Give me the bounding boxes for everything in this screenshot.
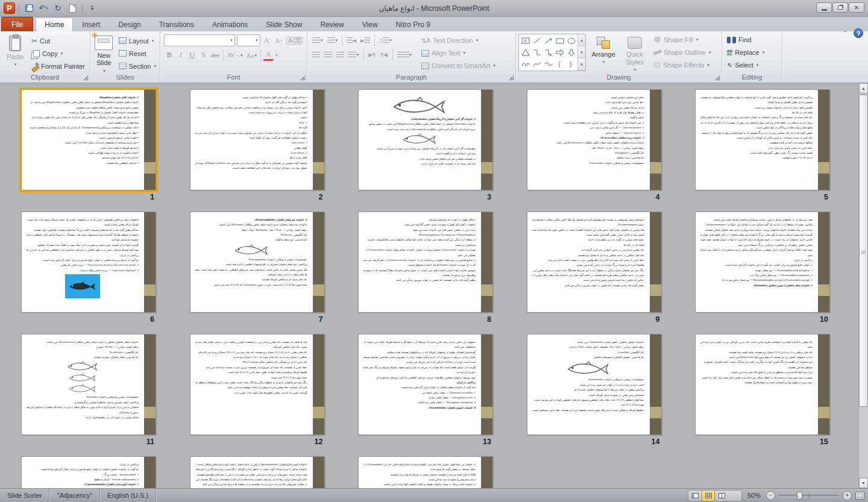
- bold-button[interactable]: B: [164, 49, 174, 61]
- shape-elbow-connector-icon[interactable]: [531, 46, 542, 58]
- shape-scribble-icon[interactable]: [520, 58, 531, 70]
- slide-thumbnail-7[interactable]: 4- خانواده نیم منقار ماهیان (Hemiramphid…: [190, 212, 327, 326]
- paste-button[interactable]: Paste▾: [1, 33, 29, 74]
- font-name-combo[interactable]: ▾: [164, 34, 235, 46]
- tab-slide-show[interactable]: Slide Show: [257, 17, 311, 32]
- align-right-button[interactable]: [335, 49, 345, 60]
- slide-thumbnail-4[interactable]: دهان این ماهیان انتهایی است.خط جانبی روی…: [527, 89, 664, 204]
- redo-button[interactable]: ↻: [52, 2, 64, 14]
- slideshow-view-button[interactable]: [728, 491, 741, 501]
- font-dialog-launcher-icon[interactable]: [300, 75, 305, 80]
- close-button[interactable]: ✕: [849, 2, 864, 13]
- zoom-level[interactable]: 50%: [746, 492, 763, 499]
- tab-transitions[interactable]: Transitions: [150, 17, 203, 32]
- slide-thumbnail-10[interactable]: همه جیزخوارند. از جلبکهای شناور دریایی، …: [695, 212, 832, 326]
- shape-rectangle-icon[interactable]: [554, 35, 565, 46]
- slide-thumbnail-16[interactable]: پراکنش در ایران:دو گونه از خانواده حسون …: [21, 456, 159, 488]
- layout-button[interactable]: Layout▾: [116, 34, 159, 47]
- slide-thumbnail-18[interactable]: در ماهیان نر، شعاعهای جلویی باله مخرجی، …: [358, 456, 495, 488]
- arrange-button[interactable]: Arrange▾: [588, 34, 618, 75]
- theme-status[interactable]: "Adjacency": [49, 489, 100, 502]
- slide-canvas[interactable]: ماهیهای جوان و بالغین تفاوتهای رختی دارن…: [21, 212, 156, 313]
- slide-thumbnail-15[interactable]: باله پشتی با قاعده کوتاه و با موقعیت تقر…: [695, 334, 832, 448]
- scrollbar-thumb[interactable]: [859, 95, 868, 407]
- shape-wave-icon[interactable]: [542, 58, 554, 70]
- minimize-button[interactable]: [816, 2, 832, 13]
- slide-canvas[interactable]: 2- خانواده گل آذین ماهیان یا آترینکا ماه…: [358, 89, 493, 190]
- slide-canvas[interactable]: پراکنش: اقیانوس آرام، اطلس و هند. گونه ه…: [695, 89, 830, 190]
- slide-thumbnail-8[interactable]: حداکثر طول در آنها به 45 سانتیمتر میرسد.…: [358, 212, 495, 326]
- zoom-in-button[interactable]: +: [843, 491, 852, 500]
- slide-canvas[interactable]: حداکثر طول در آنها به 45 سانتیمتر میرسد.…: [358, 212, 493, 313]
- slide-canvas[interactable]: 1- خانواده کفال ماهیان(Mugilidae)خانواده…: [21, 89, 156, 190]
- tab-design[interactable]: Design: [109, 17, 149, 32]
- shape-outline-button[interactable]: Shape Outline▾: [651, 46, 713, 58]
- language-status[interactable]: English (U.S.): [100, 489, 156, 502]
- help-button[interactable]: ?: [854, 28, 863, 38]
- zoom-slider-thumb[interactable]: [797, 492, 802, 500]
- slide-thumbnail-5[interactable]: پراکنش: اقیانوس آرام، اطلس و هند. گونه ه…: [695, 89, 832, 204]
- numbering-button[interactable]: ▾: [326, 34, 339, 46]
- shape-triangle-icon[interactable]: [520, 46, 531, 58]
- shape-effects-button[interactable]: Shape Effects▾: [651, 59, 713, 71]
- slide-canvas[interactable]: 4- خانواده نیم منقار ماهیان (Hemiramphid…: [190, 212, 325, 313]
- slide-canvas[interactable]: پراکنش در ایران:دو گونه از خانواده حسون …: [21, 456, 156, 488]
- clear-formatting-button[interactable]: A⌫: [286, 35, 303, 46]
- select-button[interactable]: ⇖Select▾: [725, 59, 779, 71]
- slide-canvas[interactable]: خانواده کپوردندان‌ماهیان (Cyprinodontida…: [190, 456, 325, 488]
- quick-styles-button[interactable]: Quick Styles▾: [621, 34, 649, 75]
- slide-canvas[interactable]: دهان این ماهیان انتهایی است.خط جانبی روی…: [527, 89, 662, 190]
- change-case-button[interactable]: Aa▾: [245, 49, 258, 61]
- font-color-button[interactable]: A: [263, 49, 274, 61]
- italic-button[interactable]: I: [175, 49, 186, 61]
- increase-indent-button[interactable]: ▸: [359, 34, 371, 46]
- shape-down-arrow-icon[interactable]: [565, 46, 577, 58]
- align-center-button[interactable]: [323, 49, 333, 60]
- align-text-button[interactable]: Align Text▾: [419, 47, 498, 59]
- shape-arrow-icon[interactable]: [542, 35, 554, 46]
- drawing-dialog-launcher-icon[interactable]: [715, 75, 720, 80]
- tab-home[interactable]: Home: [36, 17, 73, 32]
- slide-thumbnail-1[interactable]: 1- خانواده کفال ماهیان(Mugilidae)خانواده…: [21, 89, 159, 204]
- shape-oval-icon[interactable]: [565, 35, 577, 46]
- undo-dropdown-icon[interactable]: ▾: [46, 6, 48, 11]
- paragraph-dialog-launcher-icon[interactable]: [509, 75, 514, 80]
- clipboard-dialog-launcher-icon[interactable]: [83, 75, 88, 80]
- section-button[interactable]: Section▾: [116, 60, 159, 72]
- slide-canvas[interactable]: خانواده حسون ماهیان، عضو راسته Aulopifor…: [527, 334, 662, 435]
- copy-button[interactable]: Copy▾: [29, 47, 87, 60]
- scroll-up-icon[interactable]: ▲: [859, 83, 868, 93]
- new-slide-button[interactable]: New Slide▾: [92, 33, 116, 74]
- shrink-font-button[interactable]: A˅: [274, 35, 285, 46]
- slide-thumbnail-13[interactable]: تخمهای این ماهی دارای رشته هایی است که ت…: [358, 334, 495, 448]
- underline-button[interactable]: U: [187, 49, 197, 61]
- grow-font-button[interactable]: Aˆ: [262, 35, 272, 46]
- view-status[interactable]: Slide Sorter: [0, 489, 49, 502]
- ltr-direction-button[interactable]: ▶¶: [367, 49, 377, 60]
- slide-canvas[interactable]: استخوان پیش سریوش، به سمت جلو پیشروی کرد…: [527, 212, 662, 313]
- cut-button[interactable]: ✂Cut: [29, 34, 87, 47]
- shapes-scroll-up-icon[interactable]: ▲: [578, 34, 585, 46]
- powerpoint-app-icon[interactable]: P: [4, 2, 15, 14]
- shapes-more-icon[interactable]: ▼̱: [578, 58, 585, 71]
- vertical-scrollbar[interactable]: ▲ ▼: [858, 83, 868, 488]
- slide-sorter-area[interactable]: 1- خانواده کفال ماهیان(Mugilidae)خانواده…: [0, 83, 858, 488]
- slide-canvas[interactable]: ▪ حداکثر طول در گونه های کفال ماهیان 90 …: [190, 89, 325, 190]
- rtl-direction-button[interactable]: ¶◀: [379, 49, 389, 60]
- tab-animations[interactable]: Animations: [203, 17, 257, 32]
- restore-button[interactable]: [832, 2, 848, 13]
- shape-right-arrow-icon[interactable]: [554, 46, 565, 58]
- fit-to-window-button[interactable]: [855, 492, 864, 500]
- slide-canvas[interactable]: تخمهای این ماهی دارای رشته هایی است که ت…: [358, 334, 493, 435]
- slide-thumbnail-6[interactable]: ماهیهای جوان و بالغین تفاوتهای رختی دارن…: [21, 212, 159, 326]
- shape-right-brace-icon[interactable]: }: [565, 58, 577, 70]
- tab-nitro-pro-9[interactable]: Nitro Pro 9: [387, 17, 439, 32]
- tab-file[interactable]: File: [1, 17, 33, 32]
- columns-button[interactable]: ▾: [396, 49, 414, 60]
- save-button[interactable]: [23, 2, 35, 14]
- shape-text-box-icon[interactable]: A: [520, 35, 531, 46]
- decrease-indent-button[interactable]: ◂: [345, 34, 357, 46]
- collapse-ribbon-icon[interactable]: ⌃: [840, 29, 850, 37]
- slide-thumbnail-2[interactable]: ▪ حداکثر طول در گونه های کفال ماهیان 90 …: [190, 89, 327, 204]
- slide-canvas[interactable]: همه جیزخوارند. از جلبکهای شناور دریایی، …: [695, 212, 830, 313]
